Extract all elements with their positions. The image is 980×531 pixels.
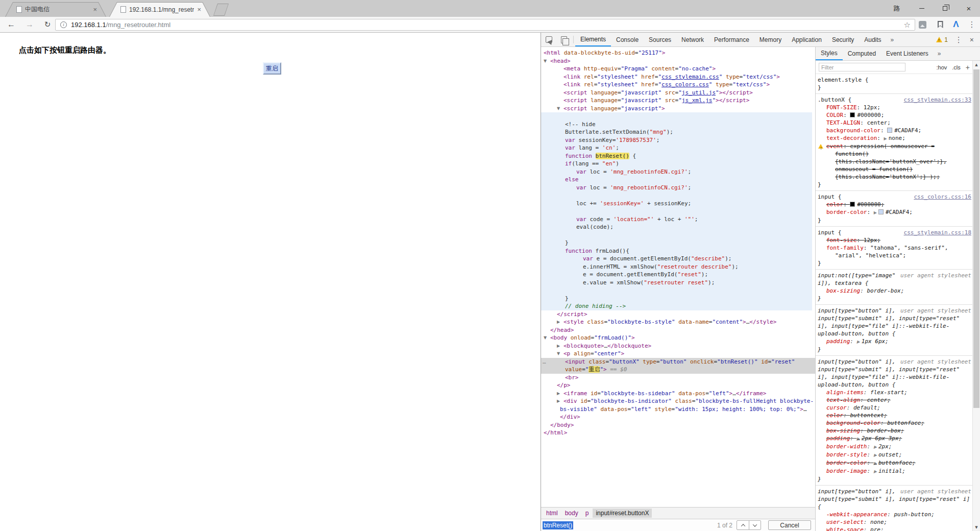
dom-tree-row[interactable]: ▼<script language="javascript"> <box>541 105 815 113</box>
reload-icon[interactable]: ↻ <box>41 17 54 32</box>
browser-tab-router[interactable]: 192.168.1.1/mng_resetr × <box>109 2 210 17</box>
dom-tree-row[interactable]: var lang = 'cn'; <box>541 144 812 152</box>
dom-tree-row[interactable] <box>541 286 812 295</box>
dom-tree-row[interactable]: <script language="javascript" src="js_xm… <box>541 96 815 105</box>
css-property[interactable]: border-color: ▶buttonface; <box>818 459 971 467</box>
css-property[interactable]: text-decoration: ▶none; <box>818 134 971 142</box>
css-property[interactable]: border-width: ▶2px; <box>818 443 971 451</box>
expand-arrow-icon[interactable]: ▶ <box>557 397 564 405</box>
dom-tree-row[interactable]: ▶<iframe id="blockbyte-bs-sidebar" data-… <box>541 390 815 398</box>
browser-menu-icon[interactable]: ⋮ <box>967 17 977 32</box>
dom-tree-row[interactable]: ▼<body onload="frmLoad()"> <box>541 334 815 342</box>
css-selector[interactable]: .buttonX { <box>818 96 851 103</box>
expand-value-icon[interactable]: ▶ <box>857 340 860 344</box>
dom-tree-row[interactable]: <br> <box>541 374 815 382</box>
dom-tree-row[interactable]: var loc = 'mng_rebootinfoCN.cgi?'; <box>541 184 812 192</box>
scroll-down-icon[interactable]: ▼ <box>973 523 980 531</box>
devtools-tab-application[interactable]: Application <box>787 33 827 46</box>
dom-tree-row[interactable]: function frmLoad(){ <box>541 247 812 255</box>
stylesheet-link[interactable]: css_colors.css:16 <box>914 193 971 201</box>
css-property[interactable]: padding: ▶2px 6px 3px; <box>818 435 971 443</box>
dom-tree-row[interactable]: if(lang == "en") <box>541 160 812 168</box>
css-selector[interactable]: element.style { <box>818 77 868 83</box>
bookmark-extension-icon[interactable] <box>935 17 945 32</box>
devtools-tab-elements[interactable]: Elements <box>575 33 611 46</box>
expand-arrow-icon[interactable]: ▶ <box>557 390 564 398</box>
css-property[interactable]: border-image: ▶initial; <box>818 467 971 475</box>
dom-tree-row[interactable]: ▶<div id="blockbyte-bs-indicator" class=… <box>541 397 815 405</box>
dom-tree-row[interactable]: <link rel="stylesheet" href="css_stylema… <box>541 73 815 81</box>
expand-arrow-icon[interactable]: ▼ <box>544 57 550 65</box>
back-icon[interactable]: ← <box>4 17 18 32</box>
css-property[interactable]: font-size: 12px; <box>818 236 971 244</box>
sidebar-tab-computed[interactable]: Computed <box>843 47 881 60</box>
class-toggle[interactable]: .cls <box>952 64 961 70</box>
dom-tree-row[interactable]: else <box>541 176 812 184</box>
dom-tree-row[interactable]: e.value = xmlShow("resetrouter reset"); <box>541 279 812 287</box>
css-property[interactable]: white-space: pre; <box>818 526 971 531</box>
dom-tree-row[interactable]: </div> <box>541 413 815 421</box>
minimize-button[interactable] <box>915 0 928 17</box>
css-property[interactable]: align-items: flex-start; <box>818 389 971 396</box>
info-icon[interactable]: i <box>60 21 67 28</box>
dom-tree-row[interactable]: <!-- hide <box>541 120 812 129</box>
devtools-menu-icon[interactable]: ⋮ <box>955 35 963 44</box>
dom-tree-row[interactable]: </p> <box>541 381 815 390</box>
css-property[interactable]: border-color: ▶#CADAF4; <box>818 208 971 216</box>
dom-tree-row[interactable]: var e = document.getElementById("describ… <box>541 255 812 263</box>
dom-tree-row[interactable]: Butterlate.setTextDomain("mng"); <box>541 128 812 136</box>
dom-tree-row[interactable]: var sessionKey='1789857537'; <box>541 136 812 144</box>
screenshot-extension-icon[interactable] <box>917 17 927 32</box>
tab-close-icon[interactable]: × <box>93 6 97 13</box>
expand-value-icon[interactable]: ▶ <box>874 469 877 474</box>
color-swatch[interactable] <box>850 112 855 117</box>
dom-tree-row[interactable]: var loc = 'mng_rebootinfoEN.cgi?'; <box>541 168 812 176</box>
devtools-tab-network[interactable]: Network <box>676 33 709 46</box>
css-property[interactable]: background-color: #CADAF4; <box>818 127 971 134</box>
dom-tree-row[interactable]: <html data-blockbyte-bs-uid="25117"> <box>541 49 815 57</box>
restore-button[interactable] <box>938 0 951 17</box>
dom-tree-row[interactable] <box>541 191 812 200</box>
sidebar-tab-styles[interactable]: Styles <box>816 47 843 60</box>
css-property[interactable]: border-style: ▶outset; <box>818 451 971 459</box>
css-property[interactable]: background-color: buttonface; <box>818 419 971 427</box>
styles-scrollbar[interactable]: ▲ ▼ <box>972 61 980 531</box>
device-toolbar-icon[interactable] <box>556 33 572 46</box>
expand-value-icon[interactable]: ▶ <box>884 136 887 141</box>
dom-tree-row[interactable]: ▶<style class="blockbyte-bs-style" data-… <box>541 318 815 326</box>
color-swatch[interactable] <box>878 209 884 214</box>
adblock-extension-icon[interactable]: Λ <box>950 17 962 32</box>
tab-close-icon[interactable]: × <box>197 6 201 13</box>
devtools-tab-audits[interactable]: Audits <box>859 33 886 46</box>
dom-tree-row[interactable]: function btnReset() { <box>541 152 812 160</box>
dom-tree-row[interactable]: ▼<p align="center"> <box>541 350 815 358</box>
css-property[interactable]: FONT-SIZE: 12px; <box>818 104 971 111</box>
dom-tree-row[interactable]: ▶<blockquote>…</blockquote> <box>541 342 815 350</box>
dom-tree-row[interactable]: e.innerHTML = xmlShow("resetrouter descr… <box>541 263 812 271</box>
css-property[interactable]: font-family: "tahoma", "sans-serif", "ar… <box>818 244 971 259</box>
css-selector[interactable]: input { <box>818 194 841 200</box>
expand-value-icon[interactable]: ▶ <box>874 461 877 466</box>
search-input[interactable]: btnReset() <box>543 521 573 529</box>
dom-tree-row[interactable]: <meta http-equiv="Pragma" content="no-ca… <box>541 65 815 73</box>
css-selector[interactable]: input:not([type="image" i]), textarea { <box>818 272 895 286</box>
pseudo-state-toggle[interactable]: :hov <box>937 64 947 70</box>
css-property[interactable]: box-sizing: border-box; <box>818 287 971 295</box>
css-property[interactable]: box-sizing: border-box; <box>818 427 971 435</box>
expand-arrow-icon[interactable]: ▼ <box>557 350 564 358</box>
forward-icon[interactable]: → <box>22 17 37 32</box>
styles-filter-input[interactable] <box>819 63 905 71</box>
dom-tree-row[interactable] <box>541 112 812 120</box>
breadcrumb-item[interactable]: html <box>543 509 561 518</box>
console-warning-badge[interactable]: 1 <box>936 36 948 43</box>
dom-tree-row[interactable]: </body> <box>541 421 815 429</box>
css-property[interactable]: padding: ▶1px 6px; <box>818 337 971 346</box>
dom-tree-row[interactable]: // done hiding --> <box>541 302 812 310</box>
scroll-up-icon[interactable]: ▲ <box>973 61 980 68</box>
dom-tree-row[interactable]: } <box>541 239 812 247</box>
cancel-search-button[interactable]: Cancel <box>768 520 811 530</box>
css-property[interactable]: color: buttontext; <box>818 412 971 419</box>
expand-value-icon[interactable]: ▶ <box>874 453 877 457</box>
dom-tree-row[interactable]: <link rel="stylesheet" href="css_colors.… <box>541 81 815 89</box>
breadcrumb-item[interactable]: body <box>562 509 581 518</box>
